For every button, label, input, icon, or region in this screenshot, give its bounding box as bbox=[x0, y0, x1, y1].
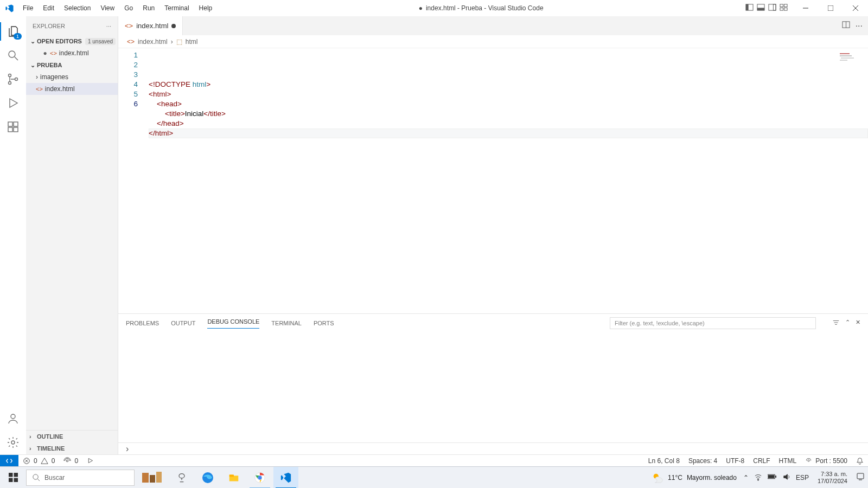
filter-icon[interactable] bbox=[832, 319, 840, 328]
toggle-panel-icon[interactable] bbox=[757, 3, 765, 13]
code-content[interactable]: <!DOCTYPE html><html> <head> <title>Inic… bbox=[145, 48, 868, 313]
open-editor-item[interactable]: ● <> index.html bbox=[26, 47, 118, 59]
taskbar-task-view[interactable] bbox=[169, 467, 194, 489]
customize-layout-icon[interactable] bbox=[780, 3, 788, 13]
svg-rect-3 bbox=[757, 8, 764, 10]
svg-line-15 bbox=[15, 57, 18, 60]
taskbar-edge[interactable] bbox=[195, 467, 220, 489]
remote-indicator[interactable] bbox=[0, 455, 18, 467]
close-panel-icon[interactable]: ✕ bbox=[856, 319, 860, 328]
toggle-primary-sidebar-icon[interactable] bbox=[745, 3, 754, 13]
timeline-section[interactable]: ›Timeline bbox=[26, 442, 118, 454]
tray-wifi-icon[interactable] bbox=[754, 473, 762, 483]
panel-tab-debug-console[interactable]: DEBUG CONSOLE bbox=[207, 318, 259, 329]
windows-taskbar: Buscar 11°C Mayorm. soleado ⌃ ESP 7:33 a… bbox=[0, 466, 868, 488]
taskbar-vscode[interactable] bbox=[273, 467, 298, 489]
status-encoding[interactable]: UTF-8 bbox=[722, 457, 749, 465]
taskbar-weather[interactable]: 11°C Mayorm. soleado bbox=[652, 472, 743, 484]
status-eol[interactable]: CRLF bbox=[749, 457, 774, 465]
status-live-server[interactable]: Port : 5500 bbox=[801, 457, 852, 465]
menu-selection[interactable]: Selection bbox=[60, 1, 95, 15]
html-file-icon: <> bbox=[36, 86, 43, 92]
activity-bar: 1 bbox=[0, 16, 26, 454]
outline-section[interactable]: ›Outline bbox=[26, 431, 118, 442]
toggle-secondary-sidebar-icon[interactable] bbox=[768, 3, 776, 13]
tray-notifications-icon[interactable] bbox=[856, 472, 865, 483]
svg-point-43 bbox=[33, 474, 38, 479]
tray-chevron-icon[interactable]: ⌃ bbox=[743, 474, 749, 481]
activity-search[interactable] bbox=[0, 43, 26, 67]
taskbar-search[interactable]: Buscar bbox=[26, 470, 135, 486]
menu-terminal[interactable]: Terminal bbox=[160, 1, 193, 15]
panel-tab-output[interactable]: OUTPUT bbox=[171, 320, 195, 326]
chevron-right-icon: › bbox=[126, 444, 129, 454]
svg-line-44 bbox=[37, 479, 40, 481]
status-bar: 0 0 0 Ln 6, Col 8 Spaces: 4 UTF-8 CRLF H… bbox=[0, 454, 868, 466]
status-run[interactable] bbox=[82, 455, 98, 466]
breadcrumb[interactable]: <> index.html › ⬚ html bbox=[118, 35, 868, 48]
svg-rect-58 bbox=[857, 473, 864, 479]
project-section[interactable]: ⌄ Prueba bbox=[26, 59, 118, 71]
status-ports[interactable]: 0 bbox=[59, 455, 82, 466]
code-editor[interactable]: 123456 <!DOCTYPE html><html> <head> <tit… bbox=[118, 48, 868, 313]
menu-edit[interactable]: Edit bbox=[39, 1, 59, 15]
taskbar-chrome[interactable] bbox=[247, 467, 272, 489]
explorer-sidebar: Explorer ··· ⌄ Open Editors 1 unsaved ● … bbox=[26, 16, 118, 454]
status-language[interactable]: HTML bbox=[775, 457, 801, 465]
status-indentation[interactable]: Spaces: 4 bbox=[684, 457, 722, 465]
unsaved-badge: 1 unsaved bbox=[85, 38, 116, 45]
minimap[interactable] bbox=[839, 52, 858, 63]
activity-explorer[interactable]: 1 bbox=[0, 20, 26, 43]
folder-item-imagenes[interactable]: › imagenes bbox=[26, 71, 118, 83]
menu-go[interactable]: Go bbox=[120, 1, 137, 15]
panel-tab-terminal[interactable]: TERMINAL bbox=[271, 320, 302, 326]
layout-controls bbox=[745, 3, 793, 13]
chevron-up-icon[interactable]: ⌃ bbox=[845, 319, 850, 328]
split-editor-icon[interactable] bbox=[842, 21, 850, 31]
window-minimize-button[interactable] bbox=[793, 0, 818, 16]
activity-extensions[interactable] bbox=[0, 115, 26, 139]
activity-settings[interactable] bbox=[0, 431, 26, 454]
editor-tabs: <> index.html ··· bbox=[118, 16, 868, 35]
taskbar-file-explorer[interactable] bbox=[221, 467, 246, 489]
svg-rect-9 bbox=[784, 8, 787, 10]
tray-battery-icon[interactable] bbox=[768, 473, 777, 481]
menu-run[interactable]: Run bbox=[138, 1, 159, 15]
status-problems[interactable]: 0 0 bbox=[18, 455, 59, 466]
panel-filter-input[interactable]: Filter (e.g. text, !exclude, \escape) bbox=[610, 317, 816, 329]
explorer-more-icon[interactable]: ··· bbox=[106, 23, 111, 29]
panel-tab-ports[interactable]: PORTS bbox=[314, 320, 334, 326]
svg-rect-50 bbox=[229, 474, 234, 477]
activity-account[interactable] bbox=[0, 407, 26, 431]
start-button[interactable] bbox=[0, 467, 26, 489]
svg-point-52 bbox=[258, 476, 261, 479]
menu-file[interactable]: File bbox=[18, 1, 37, 15]
chevron-right-icon: › bbox=[171, 38, 173, 46]
bottom-panel: PROBLEMSOUTPUTDEBUG CONSOLETERMINALPORTS… bbox=[118, 313, 868, 442]
status-notifications[interactable] bbox=[852, 457, 868, 465]
panel-tab-problems[interactable]: PROBLEMS bbox=[126, 320, 159, 326]
svg-rect-5 bbox=[773, 4, 776, 10]
tray-volume-icon[interactable] bbox=[782, 473, 790, 483]
breadcrumb-toggle[interactable]: › bbox=[118, 442, 868, 454]
svg-rect-57 bbox=[768, 475, 774, 478]
tray-ime[interactable]: ESP bbox=[796, 474, 809, 481]
activity-source-control[interactable] bbox=[0, 67, 26, 91]
menu-help[interactable]: Help bbox=[195, 1, 217, 15]
window-maximize-button[interactable] bbox=[818, 0, 843, 16]
svg-rect-46 bbox=[150, 475, 155, 483]
editor-more-icon[interactable]: ··· bbox=[856, 21, 863, 31]
menu-view[interactable]: View bbox=[96, 1, 119, 15]
window-close-button[interactable] bbox=[843, 0, 868, 16]
tag-icon: ⬚ bbox=[176, 38, 182, 46]
open-editors-section[interactable]: ⌄ Open Editors 1 unsaved bbox=[26, 35, 118, 47]
file-item-index[interactable]: <> index.html bbox=[26, 83, 118, 95]
status-cursor-position[interactable]: Ln 6, Col 8 bbox=[644, 457, 684, 465]
explorer-title: Explorer bbox=[33, 23, 65, 29]
activity-debug[interactable] bbox=[0, 91, 26, 115]
svg-rect-19 bbox=[8, 122, 12, 126]
svg-rect-39 bbox=[9, 473, 12, 477]
taskbar-widget[interactable] bbox=[136, 467, 168, 489]
tray-clock[interactable]: 7:33 a. m.17/07/2024 bbox=[814, 471, 851, 485]
tab-index-html[interactable]: <> index.html bbox=[118, 16, 183, 35]
